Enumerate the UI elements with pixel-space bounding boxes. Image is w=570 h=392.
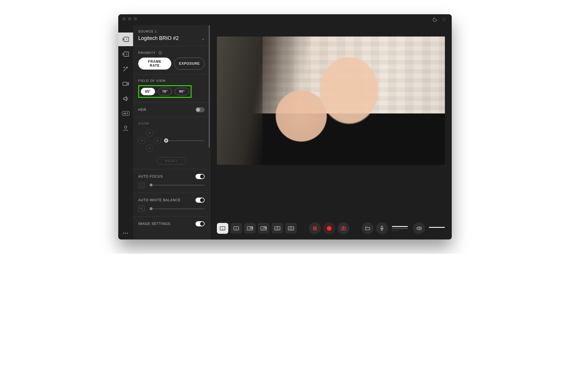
svg-point-20 bbox=[160, 52, 160, 52]
layout-1[interactable]: 1 bbox=[217, 223, 228, 234]
app-window: 1 2 ALT ••• bbox=[118, 14, 452, 239]
settings-panel: SOURCE 1 Logitech BRIO #2 ⌄ PRIORITY FRA… bbox=[133, 25, 210, 239]
svg-text:1: 1 bbox=[265, 227, 266, 229]
svg-text:1: 1 bbox=[292, 228, 293, 229]
mic-button[interactable] bbox=[376, 222, 388, 234]
fov-78[interactable]: 78° bbox=[158, 88, 172, 95]
wb-icon: WB bbox=[138, 206, 144, 212]
moon-icon[interactable] bbox=[432, 17, 437, 22]
rail-source-2[interactable]: 2 bbox=[118, 47, 133, 61]
rail-camera[interactable] bbox=[118, 77, 133, 91]
svg-rect-44 bbox=[341, 227, 346, 230]
device-selector[interactable]: Logitech BRIO #2 ⌄ bbox=[138, 35, 205, 41]
rail-profile[interactable] bbox=[118, 121, 133, 135]
autofocus-label: AUTO FOCUS bbox=[138, 174, 163, 178]
sidebar-rail: 1 2 ALT ••• bbox=[118, 25, 133, 239]
zoom-reset[interactable]: RESET bbox=[157, 157, 186, 164]
device-name: Logitech BRIO #2 bbox=[138, 35, 179, 41]
source-label: SOURCE 1 bbox=[138, 30, 205, 33]
svg-rect-42 bbox=[314, 226, 315, 230]
folder-button[interactable] bbox=[362, 222, 374, 234]
svg-line-6 bbox=[445, 21, 446, 21]
svg-point-21 bbox=[141, 185, 142, 185]
svg-line-5 bbox=[442, 18, 443, 18]
awb-label: AUTO WHITE BALANCE bbox=[138, 198, 181, 202]
svg-point-45 bbox=[343, 228, 344, 229]
traffic-max[interactable] bbox=[134, 17, 137, 21]
zoom-slider[interactable] bbox=[166, 140, 205, 141]
video-preview bbox=[217, 36, 445, 165]
fov-highlight: 65° 78° 90° bbox=[138, 85, 192, 98]
svg-text:2: 2 bbox=[262, 228, 263, 230]
layout-pip-1[interactable]: 12 bbox=[244, 223, 256, 234]
pan-up[interactable] bbox=[146, 129, 153, 137]
rail-source-1[interactable]: 1 bbox=[118, 33, 133, 46]
info-icon[interactable] bbox=[158, 51, 162, 55]
svg-text:2: 2 bbox=[278, 228, 279, 229]
fov-label: FIELD OF VIEW bbox=[138, 79, 205, 82]
svg-text:1: 1 bbox=[275, 228, 276, 229]
pause-button[interactable] bbox=[309, 222, 321, 234]
titlebar bbox=[118, 14, 452, 25]
svg-text:1: 1 bbox=[126, 38, 127, 41]
scrollbar[interactable] bbox=[209, 25, 210, 148]
focus-slider[interactable] bbox=[150, 185, 205, 186]
traffic-close[interactable] bbox=[122, 17, 126, 21]
main-area: 1 2 12 21 12 21 bbox=[210, 25, 452, 239]
svg-text:2: 2 bbox=[289, 228, 290, 229]
svg-point-0 bbox=[443, 19, 445, 21]
pan-right[interactable] bbox=[154, 137, 161, 144]
autofocus-toggle[interactable] bbox=[196, 174, 205, 179]
layout-2[interactable]: 2 bbox=[231, 223, 242, 234]
zoom-dpad bbox=[138, 129, 161, 152]
speaker-button[interactable] bbox=[413, 222, 425, 234]
svg-line-7 bbox=[445, 18, 446, 18]
pan-down[interactable] bbox=[146, 145, 153, 152]
fov-90[interactable]: 90° bbox=[175, 88, 189, 95]
svg-point-17 bbox=[125, 126, 127, 128]
svg-text:2: 2 bbox=[126, 53, 127, 56]
snapshot-button[interactable] bbox=[337, 222, 349, 234]
mic-meter bbox=[392, 226, 408, 231]
speaker-meter bbox=[429, 227, 445, 230]
wb-slider[interactable] bbox=[150, 208, 205, 209]
svg-text:2: 2 bbox=[236, 228, 237, 230]
rail-alt[interactable]: ALT bbox=[118, 107, 133, 120]
rail-more[interactable]: ••• bbox=[123, 231, 129, 235]
svg-text:2: 2 bbox=[251, 227, 252, 229]
hdr-toggle[interactable] bbox=[196, 107, 205, 112]
layout-split-12[interactable]: 12 bbox=[272, 223, 283, 234]
image-settings-label: IMAGE SETTINGS bbox=[138, 222, 170, 226]
awb-toggle[interactable] bbox=[196, 198, 205, 203]
svg-text:1: 1 bbox=[222, 228, 223, 230]
record-button[interactable] bbox=[323, 222, 335, 234]
svg-rect-16 bbox=[123, 82, 127, 85]
rail-effects[interactable] bbox=[118, 62, 133, 76]
svg-rect-43 bbox=[315, 226, 317, 230]
priority-label: PRIORITY bbox=[138, 51, 156, 54]
image-settings-toggle[interactable] bbox=[196, 221, 205, 226]
pan-left[interactable] bbox=[138, 137, 146, 144]
zoom-label: ZOOM bbox=[138, 122, 205, 125]
focus-icon bbox=[138, 182, 144, 188]
layout-pip-2[interactable]: 21 bbox=[258, 223, 269, 234]
bottom-toolbar: 1 2 12 21 12 21 bbox=[210, 217, 452, 239]
priority-exposure[interactable]: EXPOSURE bbox=[174, 58, 205, 70]
sun-icon[interactable] bbox=[441, 17, 447, 22]
svg-rect-46 bbox=[381, 226, 382, 229]
rail-audio[interactable] bbox=[118, 92, 133, 105]
svg-text:1: 1 bbox=[249, 228, 250, 230]
svg-line-8 bbox=[442, 21, 443, 21]
fov-65[interactable]: 65° bbox=[141, 88, 155, 95]
window-controls bbox=[122, 17, 137, 21]
priority-frame-rate[interactable]: FRAME RATE bbox=[138, 58, 171, 70]
layout-split-21[interactable]: 21 bbox=[285, 223, 297, 234]
hdr-label: HDR bbox=[138, 108, 146, 112]
chevron-down-icon: ⌄ bbox=[202, 36, 205, 40]
traffic-min[interactable] bbox=[128, 17, 131, 21]
